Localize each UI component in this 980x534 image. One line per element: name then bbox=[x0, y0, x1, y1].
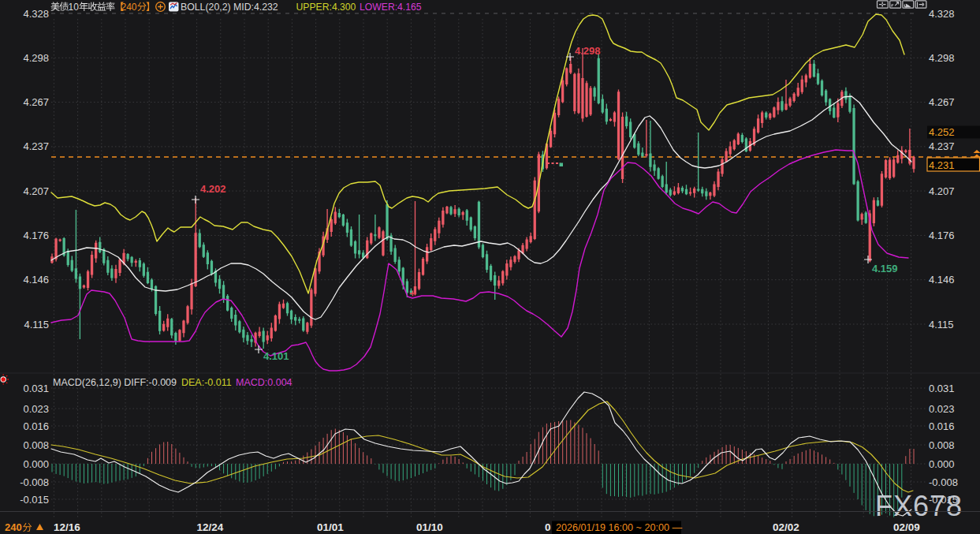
svg-text:02/02: 02/02 bbox=[773, 521, 799, 533]
svg-text:0.000: 0.000 bbox=[23, 458, 49, 470]
svg-text:4.328: 4.328 bbox=[929, 8, 955, 20]
svg-text:0.000: 0.000 bbox=[929, 458, 955, 470]
svg-text:0: 0 bbox=[545, 521, 551, 533]
svg-text:0.008: 0.008 bbox=[23, 439, 49, 451]
svg-text:4.146: 4.146 bbox=[929, 274, 955, 286]
svg-text:02/09: 02/09 bbox=[893, 521, 920, 533]
svg-text:240: 240 bbox=[5, 521, 22, 533]
svg-text:0.023: 0.023 bbox=[929, 403, 955, 415]
svg-text:4.176: 4.176 bbox=[929, 230, 955, 241]
svg-text:4.237: 4.237 bbox=[929, 140, 955, 152]
svg-text:-0.015: -0.015 bbox=[20, 494, 49, 506]
svg-text:4.202: 4.202 bbox=[200, 183, 226, 195]
svg-text:4.159: 4.159 bbox=[872, 263, 898, 274]
svg-text:12/24: 12/24 bbox=[197, 521, 224, 533]
svg-text:4.298: 4.298 bbox=[929, 52, 955, 64]
svg-text:240: 240 bbox=[121, 2, 137, 13]
svg-text:0.016: 0.016 bbox=[23, 420, 49, 432]
svg-text:2026/01/19 16:00 ~ 20:00 —: 2026/01/19 16:00 ~ 20:00 — bbox=[556, 522, 682, 533]
svg-text:4.267: 4.267 bbox=[23, 96, 49, 108]
svg-text:0.023: 0.023 bbox=[23, 403, 49, 415]
svg-text:4.146: 4.146 bbox=[23, 274, 49, 286]
svg-text:4.101: 4.101 bbox=[263, 350, 289, 362]
svg-text:4.328: 4.328 bbox=[23, 8, 49, 20]
svg-text:4.207: 4.207 bbox=[929, 185, 955, 197]
svg-text:UPPER:4.300: UPPER:4.300 bbox=[296, 2, 356, 13]
svg-text:0.008: 0.008 bbox=[929, 439, 955, 451]
svg-text:4.298: 4.298 bbox=[23, 52, 49, 64]
svg-text:4.115: 4.115 bbox=[929, 319, 954, 330]
svg-text:4.298: 4.298 bbox=[575, 45, 601, 57]
svg-text:0.031: 0.031 bbox=[929, 383, 955, 394]
svg-text:01/10: 01/10 bbox=[416, 521, 443, 533]
svg-text:MACD:0.004: MACD:0.004 bbox=[236, 377, 293, 388]
svg-text:0.016: 0.016 bbox=[929, 420, 955, 432]
svg-text:4.237: 4.237 bbox=[23, 140, 49, 152]
svg-text:12/16: 12/16 bbox=[54, 521, 80, 533]
svg-text:4.176: 4.176 bbox=[23, 230, 49, 241]
svg-text:0.031: 0.031 bbox=[23, 383, 49, 394]
svg-text:-0.008: -0.008 bbox=[20, 476, 49, 488]
svg-text:01/01: 01/01 bbox=[317, 521, 344, 533]
svg-text:4.267: 4.267 bbox=[929, 96, 955, 108]
svg-text:LOWER:4.165: LOWER:4.165 bbox=[360, 2, 422, 13]
svg-text:4.231: 4.231 bbox=[929, 159, 955, 171]
svg-text:FX678: FX678 bbox=[875, 490, 963, 522]
svg-text:DEA:-0.011: DEA:-0.011 bbox=[181, 377, 232, 388]
svg-text:BOLL(20,2) MID:4.232: BOLL(20,2) MID:4.232 bbox=[181, 2, 278, 13]
svg-text:10: 10 bbox=[69, 2, 80, 13]
svg-text:4.115: 4.115 bbox=[24, 319, 49, 330]
svg-text:4.207: 4.207 bbox=[23, 185, 49, 197]
svg-text:MACD(26,12,9) DIFF:-0.009: MACD(26,12,9) DIFF:-0.009 bbox=[53, 377, 177, 388]
svg-text:4.252: 4.252 bbox=[929, 126, 955, 138]
svg-text:-0.008: -0.008 bbox=[929, 476, 958, 488]
